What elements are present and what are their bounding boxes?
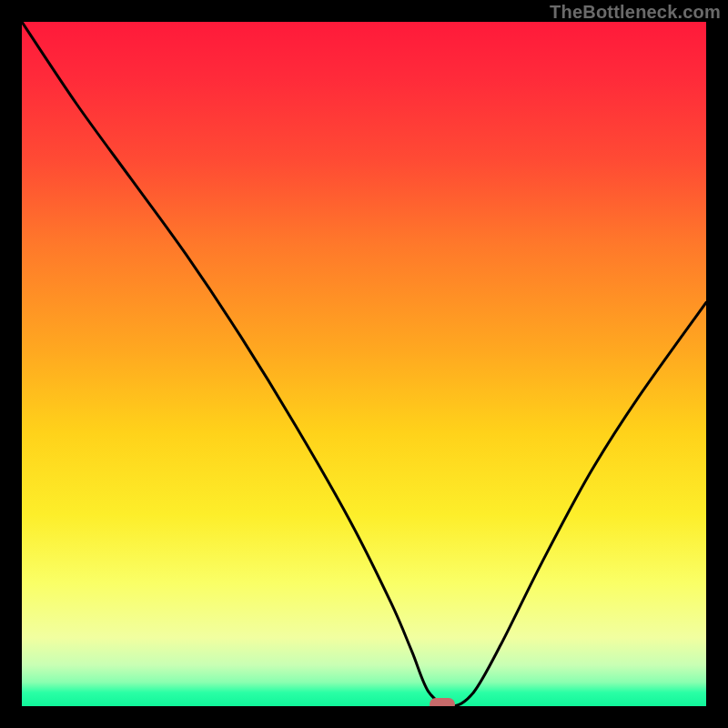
chart-frame: TheBottleneck.com [0, 0, 728, 728]
minimum-marker [430, 698, 455, 706]
curve-path [22, 22, 706, 706]
plot-area [22, 22, 706, 706]
bottleneck-curve [22, 22, 706, 706]
watermark-text: TheBottleneck.com [550, 2, 721, 23]
